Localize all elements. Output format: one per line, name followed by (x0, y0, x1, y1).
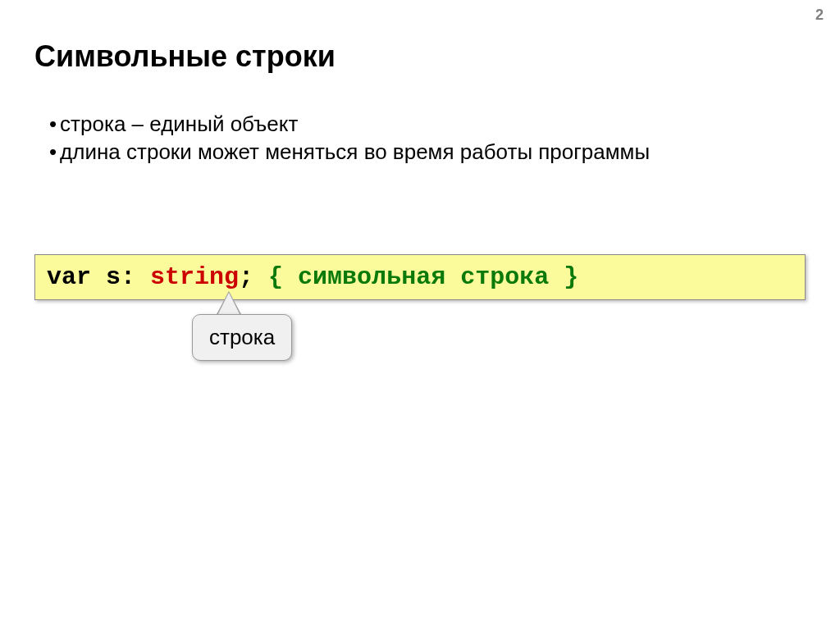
bullet-dot-icon: • (49, 111, 57, 139)
bullet-item: • строка – единый объект (49, 111, 650, 139)
code-comment-text: символьная строка (298, 263, 549, 291)
code-keyword-var: var (47, 263, 91, 291)
code-semicolon: ; (239, 263, 253, 291)
callout-label: строка (192, 314, 292, 361)
page-number: 2 (815, 7, 824, 24)
page-title: Символьные строки (34, 39, 336, 74)
bullet-item: • длина строки может меняться во время р… (49, 139, 650, 166)
code-spacer (253, 263, 268, 291)
bullet-text: длина строки может меняться во время раб… (60, 139, 650, 166)
code-comment-close: } (549, 263, 578, 291)
bullet-list: • строка – единый объект • длина строки … (49, 111, 650, 166)
bullet-dot-icon: • (49, 139, 57, 166)
callout-arrow-icon (217, 293, 240, 316)
code-snippet: var s: string; { символьная строка } (34, 254, 806, 300)
code-var-name: s: (91, 263, 150, 291)
code-comment-open: { (268, 263, 298, 291)
bullet-text: строка – единый объект (60, 111, 298, 139)
code-type: string (150, 263, 239, 291)
